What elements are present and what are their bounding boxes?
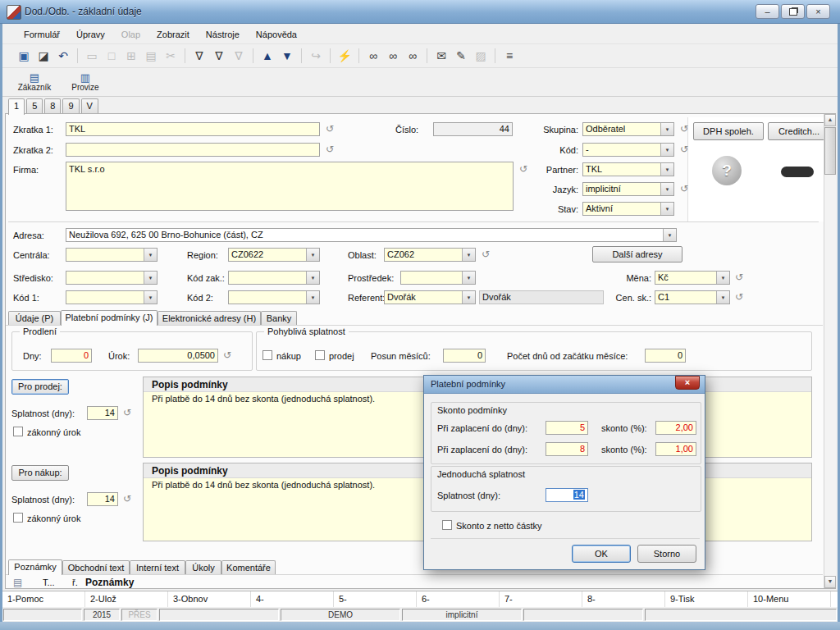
undo-icon[interactable]: ↶	[55, 48, 71, 64]
tab-poznamky[interactable]: Poznámky	[8, 559, 62, 575]
skonto-netto-checkbox[interactable]	[442, 520, 452, 530]
history-icon[interactable]: ↺	[733, 291, 745, 303]
stredisko-combo[interactable]	[66, 271, 158, 285]
page-tab-v[interactable]: V	[81, 98, 98, 113]
menu-upravy[interactable]: Úpravy	[68, 27, 113, 42]
skonto-row2-pct-field[interactable]: 1,00	[655, 442, 696, 456]
tab-obchodni-text[interactable]: Obchodní text	[62, 560, 130, 575]
kod2-combo[interactable]	[228, 290, 320, 304]
posun-field[interactable]: 0	[443, 349, 486, 363]
jazyk-combo[interactable]: implicitní	[582, 182, 674, 196]
oblast-combo[interactable]: CZ062	[384, 248, 476, 262]
ok-button[interactable]: OK	[572, 545, 631, 563]
commission-button[interactable]: ▥ Provize	[63, 69, 107, 95]
dropdown-button[interactable]	[716, 291, 729, 304]
menu-formular[interactable]: Formulář	[16, 27, 68, 42]
menu-napoveda[interactable]: Nápověda	[248, 27, 305, 42]
nakup-splatnost-field[interactable]: 14	[87, 492, 118, 506]
scroll-up-icon[interactable]	[824, 114, 836, 126]
page-tab-9[interactable]: 9	[62, 98, 79, 113]
referent-combo[interactable]: Dvořák	[384, 290, 476, 304]
save-as-icon[interactable]: ◪	[35, 48, 52, 64]
prodej-checkbox[interactable]	[315, 350, 325, 360]
edit-icon[interactable]: ✎	[453, 48, 469, 64]
find-all-icon[interactable]: ∞	[404, 48, 421, 64]
dropdown-button[interactable]	[462, 272, 475, 284]
dropdown-button[interactable]	[306, 272, 319, 284]
history-icon[interactable]: ↺	[480, 249, 491, 260]
dropdown-button[interactable]	[462, 291, 475, 304]
fn-5[interactable]: 5-	[334, 591, 417, 607]
skupina-combo[interactable]: Odběratel	[582, 122, 674, 136]
vertical-scrollbar[interactable]	[824, 114, 836, 588]
dropdown-button[interactable]	[660, 183, 673, 195]
creditcheck-button[interactable]: Creditch...	[768, 122, 830, 140]
minimize-button[interactable]: –	[756, 4, 779, 19]
urok-field[interactable]: 0,0500	[138, 349, 218, 363]
mena-combo[interactable]: Kč	[655, 271, 730, 285]
fn-7[interactable]: 7-	[500, 591, 582, 607]
dropdown-button[interactable]	[306, 291, 319, 304]
pocet-dnu-field[interactable]: 0	[645, 349, 686, 363]
dropdown-button[interactable]	[716, 272, 729, 284]
restore-button[interactable]	[781, 4, 805, 19]
history-icon[interactable]: ↺	[121, 407, 133, 418]
dropdown-button[interactable]	[663, 229, 676, 241]
history-icon[interactable]: ↺	[324, 144, 336, 155]
history-icon[interactable]: ↺	[518, 163, 529, 175]
recalc-icon[interactable]: ⚡	[336, 48, 353, 64]
stav-combo[interactable]: Aktivní	[582, 202, 674, 216]
history-icon[interactable]: ↺	[324, 123, 336, 135]
prostredek-combo[interactable]	[400, 271, 476, 285]
fn-4[interactable]: 4-	[251, 591, 334, 607]
dropdown-button[interactable]	[660, 163, 673, 176]
fn-8[interactable]: 8-	[582, 591, 665, 607]
history-icon[interactable]: ↺	[678, 183, 690, 194]
kod1-combo[interactable]	[66, 290, 158, 304]
fn-uloz[interactable]: 2-Ulož	[85, 591, 168, 607]
history-icon[interactable]: ↺	[221, 349, 233, 361]
prodej-zakonny-urok-checkbox[interactable]	[13, 427, 23, 436]
menu-list-icon[interactable]: ≡	[501, 48, 518, 64]
tab-interni-text[interactable]: Interní text	[130, 560, 185, 575]
menu-nastroje[interactable]: Nástroje	[198, 27, 248, 42]
dny-field[interactable]: 0	[51, 349, 92, 363]
page-tab-5[interactable]: 5	[26, 98, 43, 113]
nakup-checkbox[interactable]	[262, 350, 272, 360]
mail-icon[interactable]: ✉	[433, 48, 450, 64]
dropdown-button[interactable]	[144, 291, 157, 304]
tab-udaje[interactable]: Údaje (P)	[8, 311, 61, 326]
dropdown-button[interactable]	[660, 144, 673, 156]
zkratka1-field[interactable]: TKL	[66, 122, 320, 136]
skonto-row1-pct-field[interactable]: 2,00	[655, 421, 696, 435]
menu-zobrazit[interactable]: Zobrazit	[148, 27, 198, 42]
dph-reliability-button[interactable]: DPH spoleh.	[693, 122, 764, 140]
fn-menu[interactable]: 10-Menu	[748, 591, 831, 607]
move-up-icon[interactable]: ▲	[259, 48, 276, 64]
skonto-row2-days-field[interactable]: 8	[546, 442, 588, 456]
tab-elektronicke-adresy[interactable]: Elektronické adresy (H)	[158, 311, 261, 326]
scroll-down-icon[interactable]	[824, 576, 836, 588]
kod-combo[interactable]: -	[582, 143, 674, 157]
dialog-close-button[interactable]: ×	[675, 376, 700, 390]
region-combo[interactable]: CZ0622	[228, 248, 320, 262]
dropdown-button[interactable]	[306, 249, 319, 261]
partner-combo[interactable]: TKL	[582, 162, 674, 176]
customer-button[interactable]: ▤ Zákazník	[12, 69, 57, 95]
pro-prodej-button[interactable]: Pro prodej:	[11, 379, 69, 395]
tab-platebni-podminky[interactable]: Platební podmínky (J)	[61, 310, 158, 326]
fn-6[interactable]: 6-	[417, 591, 500, 607]
pro-nakup-button[interactable]: Pro nákup:	[11, 465, 69, 481]
close-button[interactable]: ×	[806, 4, 830, 19]
dropdown-button[interactable]	[462, 249, 475, 261]
dropdown-button[interactable]	[144, 249, 157, 261]
tab-komentare[interactable]: Komentáře	[221, 560, 276, 575]
storno-button[interactable]: Storno	[637, 545, 696, 563]
history-icon[interactable]: ↺	[121, 493, 133, 504]
filter-add-icon[interactable]: ∇	[211, 48, 227, 64]
save-icon[interactable]: ▣	[16, 48, 32, 64]
zkratka2-field[interactable]	[66, 143, 320, 157]
dropdown-button[interactable]	[660, 203, 673, 215]
fn-pomoc[interactable]: 1-Pomoc	[2, 591, 85, 607]
dropdown-button[interactable]	[144, 272, 157, 284]
